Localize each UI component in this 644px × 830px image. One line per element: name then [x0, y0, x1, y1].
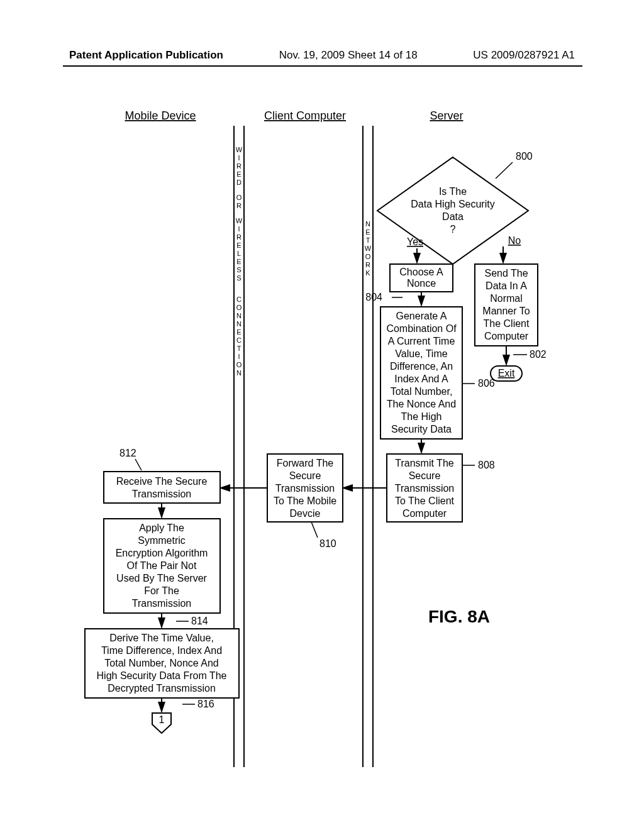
- svg-text:The High: The High: [401, 411, 442, 422]
- svg-text:Time Difference, Index And: Time Difference, Index And: [101, 645, 222, 656]
- svg-text:R: R: [236, 233, 242, 241]
- box-802: Send The Data In A Normal Manner To The …: [475, 264, 538, 346]
- decision-yes: Yes: [407, 236, 423, 247]
- svg-text:N: N: [236, 320, 242, 328]
- svg-text:S: S: [236, 274, 241, 282]
- svg-text:Total Number,: Total Number,: [391, 386, 453, 397]
- svg-line-41: [496, 162, 513, 179]
- box-804: Choose A Nonce: [390, 264, 453, 292]
- svg-text:L: L: [237, 250, 241, 257]
- svg-text:Is The: Is The: [439, 186, 467, 197]
- svg-text:Total Number, Nonce And: Total Number, Nonce And: [104, 658, 218, 668]
- svg-text:Security Data: Security Data: [391, 424, 452, 434]
- diagram-canvas: Mobile Device Client Computer Server W I…: [63, 101, 581, 792]
- svg-text:Of The Pair Not: Of The Pair Not: [127, 560, 197, 571]
- box-808: Transmit The Secure Transmission To The …: [387, 454, 462, 522]
- box-810: Forward The Secure Transmission To The M…: [267, 454, 343, 522]
- svg-text:Generate A: Generate A: [396, 311, 447, 321]
- svg-text:R: R: [236, 202, 242, 209]
- header-rule: [63, 65, 582, 67]
- svg-text:C: C: [236, 336, 242, 344]
- svg-text:Forward The: Forward The: [277, 458, 334, 468]
- svg-text:Data High Security: Data High Security: [411, 199, 494, 209]
- svg-text:E: E: [236, 328, 241, 336]
- svg-text:I: I: [238, 225, 240, 233]
- svg-text:N: N: [236, 369, 242, 377]
- svg-text:R: R: [365, 261, 370, 268]
- svg-text:Secure: Secure: [289, 470, 321, 481]
- svg-text:The Nonce And: The Nonce And: [387, 399, 456, 409]
- svg-text:?: ?: [450, 224, 456, 235]
- svg-text:Devcie: Devcie: [290, 508, 321, 519]
- svg-text:High Security Data From The: High Security Data From The: [97, 670, 227, 681]
- svg-text:W: W: [365, 245, 372, 252]
- svg-text:Symmetric: Symmetric: [138, 535, 186, 546]
- svg-text:O: O: [365, 253, 371, 260]
- svg-text:I: I: [238, 154, 240, 162]
- label-816: 816: [197, 699, 214, 709]
- svg-text:O: O: [236, 361, 242, 368]
- svg-text:Value, Time: Value, Time: [395, 348, 447, 359]
- label-812: 812: [119, 448, 136, 458]
- svg-text:To The Client: To The Client: [395, 495, 455, 506]
- svg-marker-36: [377, 157, 528, 264]
- svg-text:Difference, An: Difference, An: [390, 361, 453, 372]
- header-left: Patent Application Publication: [69, 49, 223, 62]
- svg-text:A Current Time: A Current Time: [388, 336, 455, 346]
- offpage-connector: 1: [152, 713, 171, 733]
- svg-text:E: E: [236, 241, 241, 249]
- figure-label: FIG. 8A: [428, 607, 490, 626]
- svg-text:Transmission: Transmission: [275, 483, 335, 494]
- header-center: Nov. 19, 2009 Sheet 14 of 18: [279, 49, 418, 62]
- svg-text:S: S: [236, 266, 241, 274]
- svg-text:Combination Of: Combination Of: [386, 323, 457, 334]
- svg-text:W: W: [236, 146, 243, 153]
- svg-text:For The: For The: [144, 585, 179, 596]
- vlabel-wired: W I R E D O R W I R E L E S S C O N N E: [236, 146, 243, 377]
- svg-text:Decrypted Transmission: Decrypted Transmission: [108, 683, 216, 694]
- box-806: Generate A Combination Of A Current Time…: [380, 307, 462, 439]
- svg-text:Transmit The: Transmit The: [395, 458, 453, 468]
- svg-line-87: [311, 522, 318, 538]
- label-808: 808: [478, 460, 495, 470]
- label-804: 804: [365, 292, 382, 302]
- svg-text:N: N: [365, 220, 370, 228]
- svg-text:N: N: [236, 312, 242, 319]
- svg-text:Derive The Time Value,: Derive The Time Value,: [109, 633, 214, 643]
- svg-text:Data: Data: [442, 211, 464, 222]
- svg-text:E: E: [236, 258, 241, 265]
- col-client: Client Computer: [264, 109, 346, 122]
- svg-text:Used By The Server: Used By The Server: [116, 573, 207, 584]
- svg-text:Apply The: Apply The: [139, 523, 184, 533]
- svg-text:The Client: The Client: [484, 318, 530, 329]
- col-mobile: Mobile Device: [125, 109, 196, 122]
- svg-text:1: 1: [159, 714, 165, 725]
- svg-line-92: [135, 459, 142, 470]
- label-814: 814: [191, 616, 208, 626]
- box-812: Receive The Secure Transmission: [104, 472, 220, 503]
- svg-text:K: K: [365, 269, 370, 277]
- svg-text:E: E: [236, 170, 241, 178]
- svg-text:T: T: [366, 236, 370, 244]
- svg-text:Secure: Secure: [409, 470, 441, 481]
- svg-text:T: T: [237, 345, 242, 352]
- vlabel-network: N E T W O R K: [365, 220, 372, 277]
- svg-text:Send The: Send The: [484, 268, 528, 279]
- svg-text:Encryption Algorithm: Encryption Algorithm: [116, 548, 208, 558]
- svg-text:W: W: [236, 217, 243, 224]
- label-806: 806: [478, 378, 495, 389]
- label-800: 800: [516, 151, 533, 162]
- svg-text:Index And A: Index And A: [394, 374, 448, 384]
- decision-800: Is The Data High Security Data ?: [377, 157, 528, 264]
- svg-text:Computer: Computer: [402, 508, 447, 519]
- label-810: 810: [319, 538, 336, 549]
- svg-text:Computer: Computer: [484, 331, 529, 341]
- svg-text:Exit: Exit: [498, 368, 515, 379]
- svg-text:Receive The Secure: Receive The Secure: [116, 476, 208, 487]
- box-814: Apply The Symmetric Encryption Algorithm…: [104, 519, 220, 613]
- svg-text:Choose A: Choose A: [399, 267, 443, 277]
- svg-text:Data In A: Data In A: [486, 280, 527, 291]
- svg-text:Nonce: Nonce: [407, 278, 436, 289]
- header-right: US 2009/0287921 A1: [473, 49, 575, 62]
- svg-text:Transmission: Transmission: [132, 598, 192, 609]
